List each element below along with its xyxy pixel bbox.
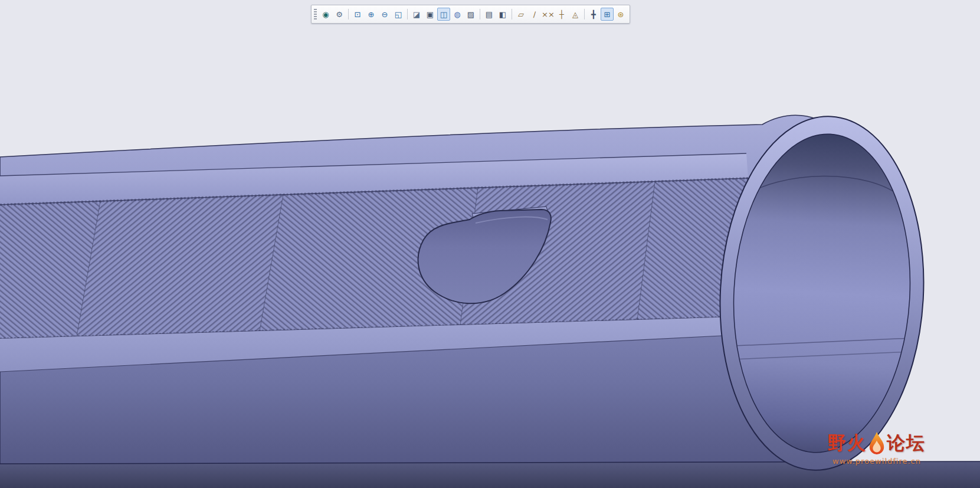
toolbar-separator (407, 9, 408, 19)
csys-display-icon[interactable]: ┼ (555, 8, 568, 21)
flame-icon (868, 431, 886, 455)
refit-icon[interactable]: ◱ (392, 8, 405, 21)
orient-mode-icon[interactable]: ◪ (410, 8, 423, 21)
watermark-brand: 野火 论坛 (828, 431, 926, 456)
toolbar-separator (584, 9, 585, 19)
3d-viewport[interactable] (0, 0, 980, 488)
watermark-brand-right: 论坛 (887, 431, 926, 456)
view-toolbar: ◉⚙⊡⊕⊖◱◪▣◫◍▨▤◧▱∕××┼◬╋⊞⊛ (311, 5, 630, 24)
display-style-icon[interactable]: ▣ (424, 8, 437, 21)
spin-center-toggle-icon[interactable]: ╋ (587, 8, 600, 21)
zoom-in-icon[interactable]: ⊕ (365, 8, 378, 21)
axis-display-icon[interactable]: ∕ (528, 8, 541, 21)
hidden-line-icon[interactable]: ▨ (464, 8, 477, 21)
point-display-icon[interactable]: ×× (542, 8, 555, 21)
watermark: 野火 论坛 www.proewildfire.cn (828, 431, 926, 466)
watermark-url: www.proewildfire.cn (828, 457, 926, 466)
toolbar-separator (348, 9, 349, 19)
toolbar-grip[interactable] (314, 9, 317, 19)
view-manager-icon[interactable]: ◧ (496, 8, 509, 21)
zoom-region-icon[interactable]: ⊡ (351, 8, 364, 21)
shaded-view-icon[interactable]: ◍ (451, 8, 464, 21)
knurl-band[interactable] (0, 178, 748, 339)
plane-display-icon[interactable]: ▱ (514, 8, 527, 21)
view-toolbar-buttons: ◉⚙⊡⊕⊖◱◪▣◫◍▨▤◧▱∕××┼◬╋⊞⊛ (319, 8, 627, 21)
watermark-brand-left: 野火 (828, 431, 867, 456)
shading-with-edges-icon[interactable]: ◫ (437, 8, 450, 21)
toolbar-separator (512, 9, 512, 19)
annotation-display-icon[interactable]: ◬ (569, 8, 582, 21)
zoom-out-icon[interactable]: ⊖ (378, 8, 391, 21)
component-display-icon[interactable]: ⊞ (601, 8, 614, 21)
repaint-icon[interactable]: ◉ (319, 8, 332, 21)
dragger-icon[interactable]: ⊛ (614, 8, 627, 21)
saved-views-icon[interactable]: ▤ (483, 8, 496, 21)
spin-center-gears-icon[interactable]: ⚙ (333, 8, 346, 21)
toolbar-separator (480, 9, 480, 19)
